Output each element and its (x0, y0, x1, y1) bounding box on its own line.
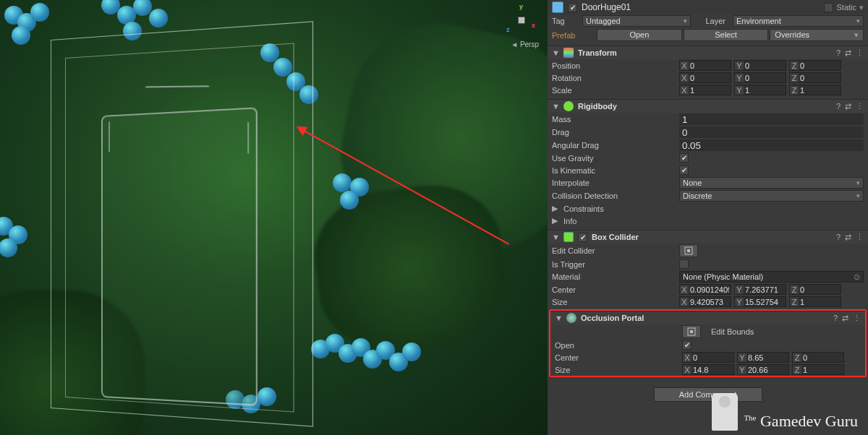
use-gravity-checkbox[interactable] (679, 153, 689, 163)
help-icon[interactable]: ? (836, 233, 841, 242)
op-size-x-input[interactable] (692, 365, 733, 374)
watermark-brand: Gamedev Guru (760, 412, 858, 430)
static-checkbox[interactable] (824, 3, 833, 12)
watermark: The Gamedev Guru (712, 393, 858, 431)
axis-x-label: x (532, 22, 535, 29)
preset-icon[interactable]: ⇄ (842, 314, 848, 323)
gameobject-icon[interactable] (552, 1, 563, 13)
interpolate-dropdown[interactable]: None (679, 177, 864, 189)
foldout-icon[interactable]: ▶ (552, 204, 559, 213)
drag-label: Drag (552, 128, 675, 137)
menu-icon[interactable]: ⋮ (856, 102, 864, 111)
edit-collider-button[interactable] (679, 244, 698, 257)
is-kinematic-checkbox[interactable] (679, 165, 689, 175)
transform-icon (563, 48, 574, 58)
prefab-row: Prefab Open Select Overrides▾ (548, 27, 868, 43)
menu-icon[interactable]: ⋮ (856, 233, 864, 242)
foldout-icon[interactable]: ▼ (552, 233, 559, 241)
op-center-y-input[interactable] (746, 353, 788, 362)
axis-z-label: z (506, 26, 510, 33)
help-icon[interactable]: ? (836, 102, 841, 111)
position-y-input[interactable] (744, 61, 786, 70)
collision-detection-label: Collision Detection (552, 191, 675, 200)
box-collider-enabled-checkbox[interactable] (578, 233, 587, 242)
scene-view[interactable]: y x z Persp (0, 0, 548, 435)
scale-z-input[interactable] (799, 85, 841, 95)
prefab-overrides-dropdown[interactable]: Overrides▾ (770, 29, 864, 41)
mass-label: Mass (552, 115, 675, 124)
mass-input[interactable] (679, 113, 864, 125)
scale-x-input[interactable] (689, 85, 731, 95)
component-title: Occlusion Portal (581, 314, 644, 322)
bc-size-z-input[interactable] (799, 297, 841, 306)
collision-detection-dropdown[interactable]: Discrete (679, 190, 864, 202)
help-icon[interactable]: ? (836, 48, 841, 58)
scale-y-input[interactable] (744, 85, 786, 95)
menu-icon[interactable]: ⋮ (853, 314, 861, 323)
preset-icon[interactable]: ⇄ (845, 48, 851, 58)
edit-bounds-button[interactable] (682, 325, 701, 338)
is-kinematic-label: Is Kinematic (552, 166, 675, 175)
rotation-vector: X Y Z (679, 72, 864, 83)
gameobject-name[interactable]: DoorHuge01 (582, 2, 631, 12)
foldout-icon[interactable]: ▶ (552, 216, 559, 225)
info-label[interactable]: Info (563, 217, 576, 225)
position-z-input[interactable] (799, 61, 841, 70)
object-header: DoorHuge01 Static ▾ (548, 0, 868, 14)
rotation-z-input[interactable] (799, 73, 841, 82)
rotation-y-input[interactable] (744, 73, 786, 82)
menu-icon[interactable]: ⋮ (856, 48, 864, 58)
rotation-x-input[interactable] (689, 73, 731, 82)
drag-input[interactable] (679, 126, 864, 138)
tag-dropdown[interactable]: Untagged (582, 15, 691, 27)
op-size-z-input[interactable] (801, 365, 843, 374)
op-size-label: Size (555, 366, 678, 374)
is-trigger-checkbox[interactable] (679, 259, 689, 269)
bc-center-z-input[interactable] (799, 285, 841, 294)
op-center-x-input[interactable] (692, 353, 733, 362)
interpolate-label: Interpolate (552, 178, 675, 187)
bc-center-x-input[interactable] (689, 285, 731, 294)
constraints-label[interactable]: Constraints (563, 204, 604, 213)
bc-center-label: Center (552, 285, 675, 294)
help-icon[interactable]: ? (833, 314, 838, 323)
watermark-avatar-icon (712, 393, 738, 431)
op-size-vector: X Y Z (682, 364, 861, 375)
orientation-gizmo[interactable]: y x z (507, 6, 536, 35)
use-gravity-label: Use Gravity (552, 154, 675, 163)
prefab-label: Prefab (552, 31, 595, 40)
material-label: Material (552, 272, 675, 281)
position-x-input[interactable] (689, 61, 731, 70)
op-center-z-input[interactable] (801, 353, 843, 362)
prefab-select-button[interactable]: Select (684, 29, 769, 41)
bc-size-y-input[interactable] (744, 297, 786, 306)
angular-drag-input[interactable] (679, 139, 864, 151)
prefab-open-button[interactable]: Open (597, 29, 682, 41)
highlight-annotation: ▼ Occlusion Portal ?⇄⋮ Edit Bounds Open … (549, 309, 867, 377)
bc-size-label: Size (552, 298, 675, 306)
angular-drag-label: Angular Drag (552, 141, 675, 150)
op-center-vector: X Y Z (682, 352, 861, 363)
projection-label[interactable]: Persp (511, 40, 539, 48)
edit-collider-label: Edit Collider (552, 246, 675, 255)
rigidbody-icon (563, 101, 574, 111)
op-open-checkbox[interactable] (682, 340, 692, 350)
preset-icon[interactable]: ⇄ (845, 102, 851, 111)
bc-size-x-input[interactable] (689, 297, 731, 306)
inspector-panel: DoorHuge01 Static ▾ Tag Untagged Layer E… (548, 0, 868, 435)
gameobject-enabled-checkbox[interactable] (568, 3, 577, 12)
component-transform: ▼ Transform ?⇄⋮ Position X Y Z Rotation … (548, 46, 868, 96)
material-field[interactable]: None (Physic Material)⊙ (679, 271, 864, 283)
foldout-icon[interactable]: ▼ (552, 102, 559, 111)
bc-center-y-input[interactable] (744, 285, 786, 294)
static-toggle[interactable]: Static ▾ (824, 3, 864, 12)
foldout-icon[interactable]: ▼ (555, 314, 562, 322)
component-occlusion-portal: ▼ Occlusion Portal ?⇄⋮ Edit Bounds Open … (550, 311, 865, 376)
layer-dropdown[interactable]: Environment (733, 15, 864, 27)
op-open-label: Open (555, 341, 678, 350)
bc-center-vector: X Y Z (679, 284, 864, 295)
op-center-label: Center (555, 353, 678, 362)
foldout-icon[interactable]: ▼ (552, 48, 559, 57)
preset-icon[interactable]: ⇄ (845, 233, 851, 242)
op-size-y-input[interactable] (746, 365, 788, 374)
